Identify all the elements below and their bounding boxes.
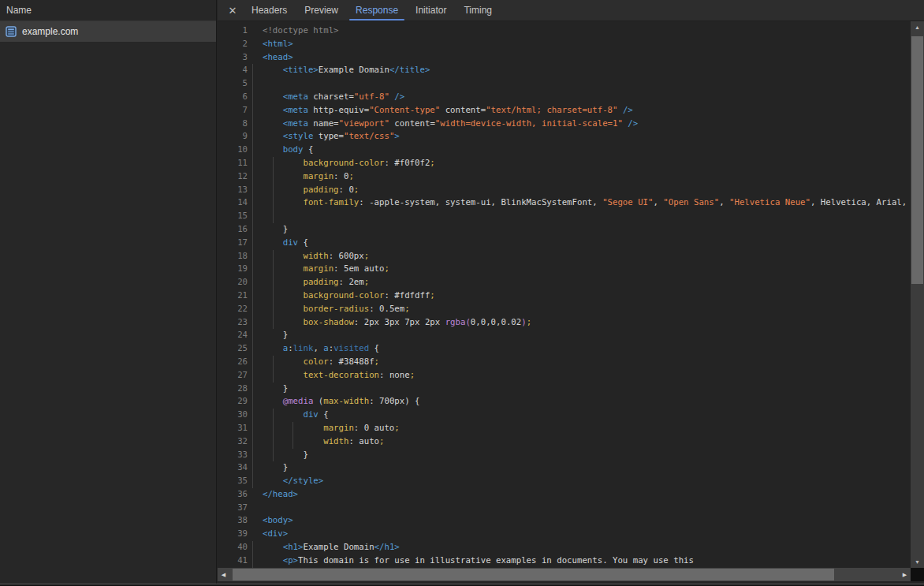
response-source-viewer[interactable]: 1<!doctype html>2<html>3<head>4 <title>E… [218, 21, 911, 568]
scroll-down-icon[interactable]: ▼ [911, 556, 924, 568]
line-number: 8 [218, 118, 248, 131]
code-line: 18 width: 600px; [218, 250, 911, 263]
code-line: 38<body> [218, 514, 911, 528]
indent-guide [252, 184, 253, 197]
code-line-text: div { [248, 409, 911, 422]
indent-guide [273, 210, 274, 223]
document-icon [5, 25, 17, 38]
code-line-text: } [248, 449, 911, 462]
name-column-header[interactable]: Name [0, 0, 216, 21]
code-line-text: background-color: #f0f0f2; [248, 157, 911, 170]
request-name-label: example.com [22, 26, 78, 37]
indent-guide [273, 303, 274, 316]
line-number: 9 [218, 130, 248, 144]
line-number: 28 [218, 383, 248, 396]
tab-response[interactable]: Response [347, 0, 407, 21]
code-line: 28 } [218, 383, 911, 396]
line-number: 34 [218, 461, 248, 475]
line-number: 37 [218, 502, 248, 515]
code-line: 34 } [218, 461, 911, 475]
code-line: 15 [218, 210, 911, 223]
code-line-text: } [248, 329, 911, 342]
line-number: 38 [218, 514, 248, 528]
code-line: 31 margin: 0 auto; [218, 422, 911, 435]
code-line: 36</head> [218, 488, 911, 502]
scroll-left-icon[interactable]: ◀ [218, 568, 229, 581]
line-number: 18 [218, 250, 248, 263]
code-line-text [248, 210, 911, 223]
code-line-text: @media (max-width: 700px) { [248, 395, 911, 409]
indent-guide [252, 383, 253, 396]
horizontal-scrollbar-thumb[interactable] [233, 569, 834, 580]
indent-guide [273, 422, 274, 435]
indent-guide [252, 104, 253, 118]
code-line: 8 <meta name="viewport" content="width=d… [218, 118, 911, 131]
indent-guide [252, 77, 253, 91]
indent-guide [252, 435, 253, 449]
tab-preview[interactable]: Preview [296, 0, 347, 21]
indent-guide [252, 356, 253, 369]
line-number: 24 [218, 329, 248, 342]
code-line: 21 background-color: #fdfdff; [218, 289, 911, 303]
code-line: 3<head> [218, 51, 911, 65]
indent-guide [273, 435, 274, 449]
code-line-text: <title>Example Domain</title> [248, 64, 911, 77]
line-number: 41 [218, 554, 248, 568]
vertical-scrollbar[interactable]: ▲ ▼ [911, 21, 924, 568]
code-line: 24 } [218, 329, 911, 342]
close-icon[interactable]: ✕ [222, 0, 243, 21]
horizontal-scrollbar[interactable]: ◀ ▶ [218, 568, 911, 581]
code-line: 35 </style> [218, 475, 911, 488]
indent-guide [252, 223, 253, 237]
line-number: 2 [218, 38, 248, 51]
scroll-up-icon[interactable]: ▲ [911, 21, 924, 33]
tab-timing[interactable]: Timing [455, 0, 501, 21]
indent-guide [252, 289, 253, 303]
line-number: 23 [218, 316, 248, 330]
code-line-text: <body> [248, 514, 911, 528]
code-line: 9 <style type="text/css"> [218, 130, 911, 144]
code-line-text: padding: 2em; [248, 276, 911, 289]
line-number: 14 [218, 196, 248, 210]
code-line-text: <div> [248, 528, 911, 541]
code-line-text: </head> [248, 488, 911, 502]
code-line-text: } [248, 223, 911, 237]
indent-guide [252, 342, 253, 356]
line-number: 21 [218, 289, 248, 303]
tab-initiator[interactable]: Initiator [407, 0, 455, 21]
indent-guide [252, 210, 253, 223]
indent-guide [252, 64, 253, 77]
line-number: 3 [218, 51, 248, 65]
vertical-scrollbar-thumb[interactable] [911, 36, 923, 284]
indent-guide [252, 91, 253, 104]
scroll-right-icon[interactable]: ▶ [899, 568, 911, 581]
code-line: 29 @media (max-width: 700px) { [218, 395, 911, 409]
line-number: 6 [218, 91, 248, 104]
code-line-text: <h1>Example Domain</h1> [248, 541, 911, 554]
indent-guide [273, 409, 274, 422]
code-line-text [248, 502, 911, 515]
indent-guide [273, 369, 274, 383]
line-number: 35 [218, 475, 248, 488]
request-row-example.com[interactable]: example.com [0, 21, 216, 42]
code-line-text: </style> [248, 475, 911, 488]
code-line: 25 a:link, a:visited { [218, 342, 911, 356]
line-number: 11 [218, 157, 248, 170]
line-number: 1 [218, 24, 248, 38]
code-line-text: a:link, a:visited { [248, 342, 911, 356]
code-line: 26 color: #38488f; [218, 356, 911, 369]
tab-headers[interactable]: Headers [243, 0, 296, 21]
code-line: 12 margin: 0; [218, 170, 911, 184]
code-line-text [248, 77, 911, 91]
indent-guide [252, 541, 253, 554]
indent-guide [273, 263, 274, 276]
line-number: 15 [218, 210, 248, 223]
line-number: 31 [218, 422, 248, 435]
code-line: 16 } [218, 223, 911, 237]
code-line-text: background-color: #fdfdff; [248, 289, 911, 303]
code-line-text: <style type="text/css"> [248, 130, 911, 144]
line-number: 30 [218, 409, 248, 422]
indent-guide [273, 157, 274, 170]
line-number: 7 [218, 104, 248, 118]
name-column-label: Name [6, 5, 32, 16]
